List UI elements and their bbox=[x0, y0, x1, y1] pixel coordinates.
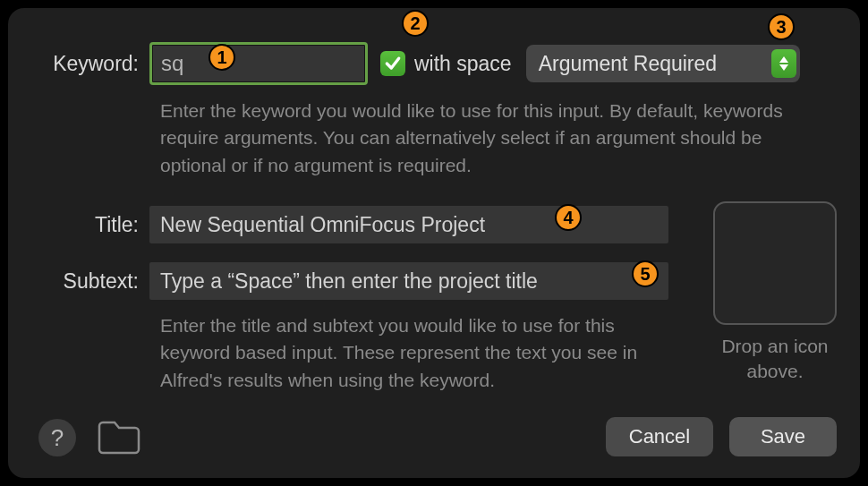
save-button[interactable]: Save bbox=[729, 417, 837, 456]
annotation-badge-2: 2 bbox=[402, 10, 429, 37]
icon-drop-well[interactable] bbox=[713, 201, 837, 325]
keyword-help-text: Enter the keyword you would like to use … bbox=[160, 98, 796, 179]
with-space-checkbox[interactable] bbox=[380, 51, 405, 76]
help-button[interactable]: ? bbox=[38, 419, 76, 456]
folder-icon bbox=[96, 417, 142, 456]
subtext-label: Subtext: bbox=[8, 269, 149, 294]
cancel-button[interactable]: Cancel bbox=[606, 417, 713, 456]
select-stepper-icon bbox=[771, 49, 796, 78]
annotation-badge-4: 4 bbox=[555, 204, 582, 231]
cancel-button-label: Cancel bbox=[629, 425, 690, 448]
title-row: Title: bbox=[8, 206, 688, 243]
keyword-label: Keyword: bbox=[8, 52, 149, 76]
annotation-badge-3: 3 bbox=[768, 13, 795, 40]
keyword-input[interactable] bbox=[149, 42, 368, 85]
checkmark-icon bbox=[384, 55, 402, 72]
reveal-folder-button[interactable] bbox=[96, 417, 142, 460]
save-button-label: Save bbox=[761, 425, 805, 448]
title-input[interactable] bbox=[149, 206, 668, 243]
title-label: Title: bbox=[8, 213, 149, 237]
subtext-input[interactable] bbox=[149, 262, 668, 300]
keyword-row: Keyword: with space Argument Required bbox=[8, 42, 860, 85]
icon-well-container: Drop an icon above. bbox=[713, 201, 837, 385]
with-space-label: with space bbox=[414, 52, 512, 76]
annotation-badge-1: 1 bbox=[208, 44, 235, 71]
title-help-text: Enter the title and subtext you would li… bbox=[160, 312, 688, 394]
subtext-row: Subtext: bbox=[8, 262, 688, 300]
annotation-badge-5: 5 bbox=[632, 260, 659, 287]
question-icon: ? bbox=[51, 424, 64, 452]
dialog-window: Keyword: with space Argument Required En… bbox=[8, 8, 860, 478]
argument-mode-select[interactable]: Argument Required bbox=[526, 45, 800, 82]
icon-well-caption: Drop an icon above. bbox=[713, 334, 837, 385]
argument-mode-value: Argument Required bbox=[539, 52, 717, 76]
